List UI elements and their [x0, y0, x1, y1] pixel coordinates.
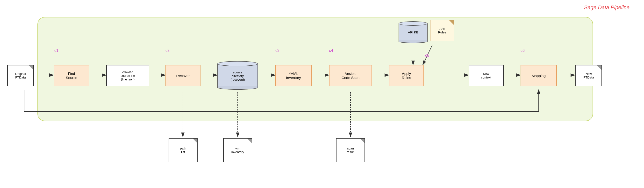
path-list-label: path list	[180, 147, 186, 154]
ari-kb-label: ARI KB	[408, 30, 418, 34]
yaml-inventory-label: YAML Inventory	[286, 71, 301, 80]
scan-result-node: scan result	[336, 138, 365, 162]
comp-c6: c6	[520, 48, 525, 53]
find-source-label: Find Source	[66, 71, 77, 80]
comp-c2: c2	[166, 48, 170, 53]
path-list-node: path list	[168, 138, 198, 162]
source-dir-node: source directory (recoverd)	[218, 61, 258, 90]
original-ft-data-label: Original FTData	[15, 72, 26, 79]
new-ft-data-label: New FTData	[583, 72, 594, 79]
original-ft-data-node: Original FTData	[7, 65, 34, 86]
ansible-scan-node: Ansible Code Scan	[329, 65, 372, 86]
yml-inventory-label: yml inventory	[232, 147, 244, 154]
comp-c5: c5	[425, 53, 429, 58]
mapping-node: Mapping	[520, 65, 557, 86]
mapping-label: Mapping	[532, 74, 546, 78]
diagram-container: Sage Data Pipeline	[0, 0, 644, 188]
ari-kb-node: ARI KB	[398, 21, 428, 43]
find-source-node: Find Source	[54, 65, 90, 86]
recover-node: Recover	[166, 65, 200, 86]
yml-inventory-node: yml inventory	[223, 138, 252, 162]
pipeline-title: Sage Data Pipeline	[584, 4, 630, 11]
yaml-inventory-node: YAML Inventory	[276, 65, 312, 86]
new-ft-data-node: New FTData	[576, 65, 602, 86]
source-dir-label: source directory (recoverd)	[230, 69, 245, 81]
new-context-node: New context	[469, 65, 504, 86]
apply-rules-label: Apply Rules	[402, 71, 411, 80]
apply-rules-node: Apply Rules	[389, 65, 424, 86]
scan-result-label: scan result	[347, 147, 354, 154]
crawled-source-label: crawled source file (line json)	[120, 70, 135, 81]
crawled-source-node: crawled source file (line json)	[106, 65, 149, 86]
ansible-scan-label: Ansible Code Scan	[342, 71, 360, 80]
ari-rules-node: ARI Rules	[430, 20, 454, 41]
new-context-label: New context	[481, 72, 491, 79]
comp-c4: c4	[329, 48, 333, 53]
comp-c1: c1	[54, 48, 58, 53]
recover-label: Recover	[176, 74, 190, 78]
ari-rules-label: ARI Rules	[438, 27, 446, 34]
comp-c3: c3	[276, 48, 280, 53]
